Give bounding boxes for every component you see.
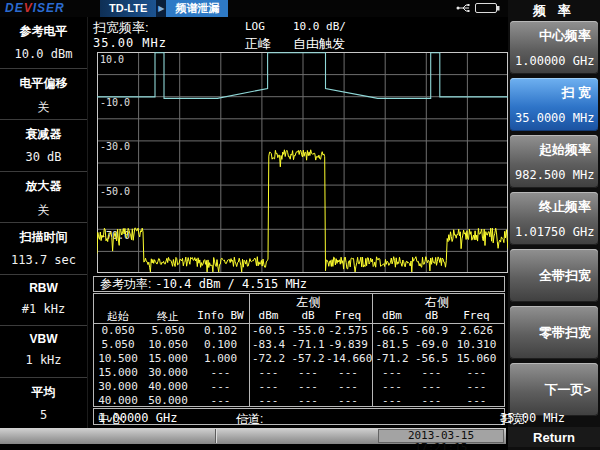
timestamp: 2013-03-15 17:21:15: [378, 429, 504, 443]
measurement-header: 扫宽频率: 35.00 MHz LOG 10.0 dB/ 正峰 自由触发: [88, 17, 508, 52]
table-cell: ---: [326, 366, 370, 380]
softkey-label: 中心频率: [539, 27, 591, 45]
table-cell: -66.5: [370, 324, 414, 338]
table-cell: ---: [326, 394, 370, 408]
table-cell: ---: [247, 394, 290, 408]
table-cell: -55.0: [290, 324, 326, 338]
param-label: 扫描时间: [0, 229, 87, 246]
analyzer-screen: DEVISER TD-LTE ▶ 频谱泄漏 参考电平10.0 dBm电平偏移关衰…: [0, 0, 600, 450]
param-value: 关: [0, 202, 87, 219]
column-header: dB: [414, 309, 449, 324]
table-cell: 2.626: [449, 324, 504, 338]
table-divider: [249, 294, 250, 406]
softkey-full-span[interactable]: 全带扫宽: [510, 249, 598, 302]
table-cell: -56.5: [414, 352, 449, 366]
column-header: dBm: [370, 309, 414, 324]
table-cell: ---: [194, 366, 247, 380]
param-value: 30 dB: [0, 150, 87, 164]
table-cell: 15.000: [142, 352, 194, 366]
table-cell: 5.050: [94, 338, 142, 352]
table-row: 30.00040.000---------------------: [94, 380, 504, 394]
param-label: RBW: [0, 281, 87, 295]
table-cell: -72.2: [247, 352, 290, 366]
column-header: 起始: [94, 309, 142, 324]
table-cell: 40.000: [94, 394, 142, 408]
return-button[interactable]: Return: [508, 427, 600, 447]
softkey-value: 1.00000 GHz: [515, 54, 594, 68]
spectrum-plot-canvas: 10.0-10.0-30.0-50.0-70.0: [97, 52, 508, 273]
table-cell: ---: [194, 380, 247, 394]
ref-power-label: 参考功率:: [100, 276, 151, 293]
table-cell: ---: [414, 380, 449, 394]
param-label: 参考电平: [0, 23, 87, 40]
softkey-label: 终止频率: [539, 198, 591, 216]
table-cell: 0.102: [194, 324, 247, 338]
table-cell: ---: [290, 366, 326, 380]
table-cell: -69.0: [414, 338, 449, 352]
softkey-center-frequency[interactable]: 中心频率1.00000 GHz: [510, 21, 598, 74]
reference-power-readout: 参考功率: -10.4 dBm / 4.515 MHz: [93, 276, 505, 292]
softkey-label: 下一页>: [544, 381, 591, 399]
table-cell: -60.5: [247, 324, 290, 338]
status-bar: 2013-03-15 17:21:15: [0, 428, 506, 444]
table-cell: ---: [449, 366, 504, 380]
table-cell: -81.5: [370, 338, 414, 352]
param-value: 10.0 dBm: [0, 47, 87, 61]
table-cell: 0.100: [194, 338, 247, 352]
param-label: 衰减器: [0, 126, 87, 143]
table-header: 左侧 右侧 起始终止Info BWdBmdBFreqdBmdBFreq: [94, 294, 504, 324]
table-cell: 10.310: [449, 338, 504, 352]
softkey-value: 35.0000 MHz: [515, 111, 594, 125]
param-item-sweep-time: 扫描时间113.7 sec: [0, 223, 87, 275]
param-value: 5: [0, 408, 87, 422]
table-cell: 1.000: [194, 352, 247, 366]
table-cell: ---: [290, 380, 326, 394]
table-cell: -57.2: [290, 352, 326, 366]
param-value: 关: [0, 99, 87, 116]
param-value: 113.7 sec: [0, 253, 87, 267]
table-row: 10.50015.0001.000-72.2-57.2-14.660-71.2-…: [94, 352, 504, 366]
y-axis-tick: -50.0: [100, 186, 130, 197]
softkey-stop-frequency[interactable]: 终止频率1.01750 GHz: [510, 192, 598, 245]
table-cell: ---: [449, 380, 504, 394]
softkey-next-page[interactable]: 下一页>: [510, 363, 598, 416]
param-item-attenuator: 衰减器30 dB: [0, 120, 87, 172]
menu-title: 频 率: [508, 0, 600, 21]
softkey-start-frequency[interactable]: 起始频率982.500 MHz: [510, 135, 598, 188]
softkey-value: 1.01750 GHz: [515, 225, 594, 239]
table-cell: -14.660: [326, 352, 370, 366]
table-row: 5.05010.0500.100-83.4-71.1-9.839-81.5-69…: [94, 338, 504, 352]
span-freq-label: 扫宽频率:: [93, 19, 149, 37]
table-cell: 10.050: [142, 338, 194, 352]
table-cell: 10.500: [94, 352, 142, 366]
table-cell: ---: [414, 394, 449, 408]
table-cell: ---: [414, 366, 449, 380]
status-bar-divider: [215, 429, 216, 443]
param-value: #1 kHz: [0, 302, 87, 316]
tab-spectrum-leakage[interactable]: 频谱泄漏: [166, 0, 228, 17]
softkey-span[interactable]: 扫 宽35.0000 MHz: [510, 78, 598, 131]
softkey-value: 982.500 MHz: [515, 168, 594, 182]
table-cell: -83.4: [247, 338, 290, 352]
breadcrumb-arrow-icon: ▶: [156, 0, 166, 17]
table-cell: ---: [194, 394, 247, 408]
table-cell: 30.000: [94, 380, 142, 394]
param-value: 1 kHz: [0, 353, 87, 367]
table-cell: ---: [247, 366, 290, 380]
column-header: dB: [290, 309, 326, 324]
y-axis-tick: -30.0: [100, 141, 130, 152]
table-cell: ---: [370, 366, 414, 380]
table-cell: ---: [290, 394, 326, 408]
param-label: 平均: [0, 384, 87, 401]
param-label: 电平偏移: [0, 75, 87, 92]
table-row: 15.00030.000---------------------: [94, 366, 504, 380]
softkey-zero-span[interactable]: 零带扫宽: [510, 306, 598, 359]
softkey-label: 零带扫宽: [539, 324, 591, 342]
table-divider: [372, 294, 373, 406]
column-header: Info BW: [194, 309, 247, 324]
tab-td-lte[interactable]: TD-LTE: [100, 0, 156, 17]
breadcrumb: TD-LTE ▶ 频谱泄漏: [100, 0, 228, 17]
table-cell: -60.9: [414, 324, 449, 338]
param-label: 放大器: [0, 178, 87, 195]
param-item-vbw: VBW1 kHz: [0, 326, 87, 378]
